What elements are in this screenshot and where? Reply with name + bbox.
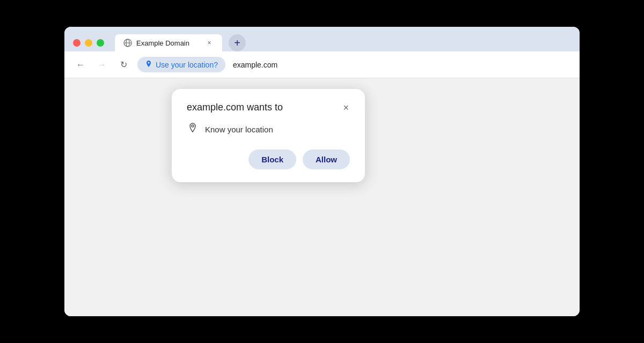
minimize-button[interactable] [85,39,92,47]
back-button[interactable]: ← [73,57,88,72]
close-button[interactable] [73,39,80,47]
page-content: example.com wants to × Know your locatio… [64,78,580,316]
location-prompt-text: Use your location? [156,61,218,69]
traffic-lights [73,39,104,47]
maximize-button[interactable] [97,39,104,47]
svg-point-4 [192,125,194,127]
globe-icon [123,39,132,47]
browser-window: Example Domain × + ← → ↻ Use your locati… [64,27,580,316]
address-url[interactable]: example.com [225,57,285,72]
reload-button[interactable]: ↻ [116,57,131,72]
browser-tab[interactable]: Example Domain × [115,34,222,51]
location-prompt-icon [145,60,152,69]
title-bar: Example Domain × + [64,27,580,51]
location-prompt[interactable]: Use your location? [137,57,225,72]
popup-header: example.com wants to × [187,102,350,114]
allow-button[interactable]: Allow [303,150,350,169]
popup-item-text: Know your location [205,125,273,134]
popup-close-button[interactable]: × [342,102,350,114]
svg-point-3 [148,62,150,64]
popup-title: example.com wants to [187,102,283,113]
popup-location-icon [187,122,199,137]
tab-close-button[interactable]: × [205,39,214,47]
block-button[interactable]: Block [248,150,296,169]
nav-bar: ← → ↻ Use your location? example.com [64,51,580,78]
popup-item: Know your location [187,122,350,137]
forward-button[interactable]: → [94,57,109,72]
tab-title: Example Domain [136,39,201,47]
popup-actions: Block Allow [187,150,350,169]
new-tab-button[interactable]: + [229,34,246,51]
permission-popup: example.com wants to × Know your locatio… [172,89,365,182]
address-bar: Use your location? example.com [137,57,285,72]
